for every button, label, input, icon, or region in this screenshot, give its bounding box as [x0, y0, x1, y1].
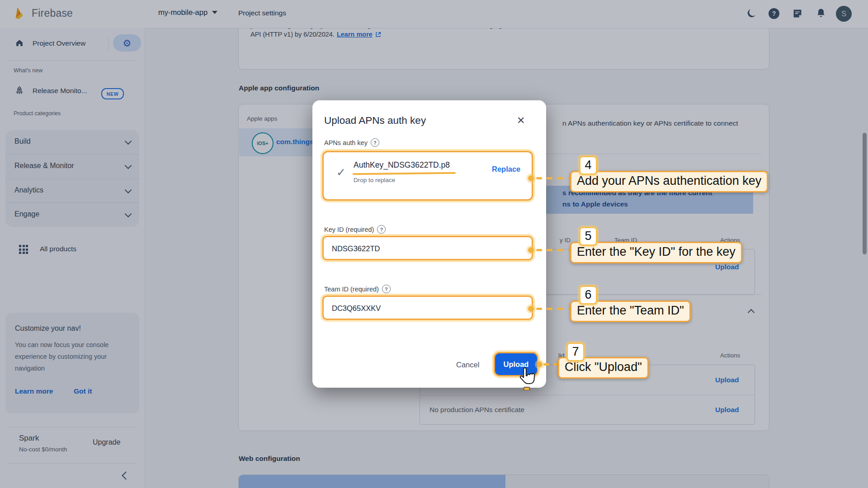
team-id-field-wrap — [322, 296, 533, 320]
replace-file-button[interactable]: Replace — [492, 165, 520, 174]
callout-label: Enter the "Key ID" for the key — [570, 242, 742, 263]
callout-step-number: 5 — [579, 227, 597, 246]
apns-auth-key-label: APNs auth key — [324, 139, 368, 146]
dialog-title: Upload APNs auth key — [324, 115, 426, 127]
connector-dashes — [536, 249, 569, 251]
connector-dot — [528, 247, 534, 253]
callout-label: Add your APNs authentication key — [570, 171, 768, 192]
key-id-label: Key ID (required) — [324, 226, 374, 233]
check-icon: ✓ — [336, 166, 346, 179]
upload-apns-auth-key-dialog: Upload APNs auth key ✕ APNs auth key ? ✓… — [312, 100, 546, 388]
help-question-icon[interactable]: ? — [382, 285, 391, 293]
help-question-icon[interactable]: ? — [377, 225, 386, 234]
connector-dot — [528, 175, 534, 181]
connector-dashes — [536, 177, 569, 179]
firebase-console-screen: you are using the legacy FCM APIs, migra… — [0, 0, 868, 488]
callout-step-number: 6 — [579, 286, 597, 305]
key-id-field-wrap — [322, 236, 533, 260]
team-id-input[interactable] — [331, 297, 523, 319]
connector-dashes — [536, 308, 569, 310]
callout-step-number: 7 — [566, 343, 585, 361]
team-id-label: Team ID (required) — [324, 286, 379, 293]
help-question-icon[interactable]: ? — [371, 138, 379, 147]
annotation-underline — [353, 172, 456, 175]
drop-to-replace-hint: Drop to replace — [354, 177, 395, 183]
apns-key-file-dropzone[interactable]: ✓ AuthKey_NDSG3622TD.p8 Drop to replace … — [322, 151, 533, 201]
key-id-input[interactable] — [331, 237, 523, 260]
cancel-button[interactable]: Cancel — [456, 361, 479, 369]
close-icon[interactable]: ✕ — [517, 115, 525, 127]
connector-dot — [537, 361, 542, 367]
hand-cursor-icon — [517, 366, 536, 392]
connector-dot — [528, 306, 534, 312]
callout-step-number: 4 — [579, 156, 597, 175]
uploaded-file-name: AuthKey_NDSG3622TD.p8 — [354, 160, 450, 170]
